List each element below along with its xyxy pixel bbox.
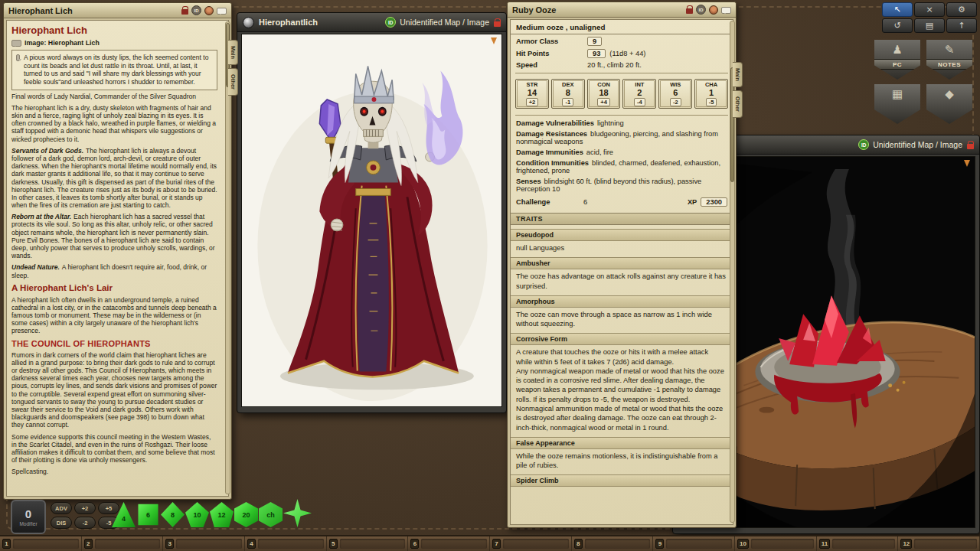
- hotkey-drop-area[interactable]: [585, 539, 651, 549]
- sidebar-shield-notes[interactable]: ✎ NOTES: [926, 40, 972, 80]
- minus2-button[interactable]: -2: [74, 517, 96, 529]
- hotkey-slot[interactable]: 9: [653, 536, 735, 551]
- property-label: Damage Vulnerabilities: [516, 119, 594, 127]
- adv-button[interactable]: ADV: [51, 502, 72, 514]
- lock-icon[interactable]: [494, 21, 501, 27]
- property-label: Damage Immunities: [516, 148, 583, 156]
- sidebar-shield-items[interactable]: ◆: [926, 84, 972, 124]
- pointer-tool-button[interactable]: ↖: [882, 2, 913, 17]
- portrait-icon[interactable]: [709, 5, 718, 15]
- hotkey-drop-area[interactable]: [751, 539, 814, 549]
- window-hierophant-lich[interactable]: Hierophant Lich ID Hierophant Lich Image…: [3, 2, 232, 500]
- sidebar-shield-pc[interactable]: ♟ PC: [874, 40, 920, 80]
- hotkey-slot[interactable]: 12: [898, 536, 980, 551]
- d20-die[interactable]: 20: [234, 502, 258, 527]
- tab-other[interactable]: Other: [228, 68, 238, 96]
- ability-modifier[interactable]: -4: [634, 98, 645, 106]
- d10-die[interactable]: 10: [185, 502, 209, 527]
- window-stack-button[interactable]: ▤: [914, 18, 945, 33]
- hotkey-slot[interactable]: 7: [490, 536, 572, 551]
- hotkey-drop-area[interactable]: [914, 539, 977, 549]
- ability-box[interactable]: CHA 1 -5: [694, 79, 728, 109]
- ability-box[interactable]: DEX 8 -1: [551, 79, 585, 109]
- ability-modifier[interactable]: +2: [526, 98, 539, 106]
- window-lich-image[interactable]: Hierophantlich ID Unidentified Map / Ima…: [237, 12, 507, 413]
- hotkey-slot[interactable]: 2: [82, 536, 164, 551]
- hotkey-drop-area[interactable]: [666, 539, 732, 549]
- hotkey-slot[interactable]: 11: [817, 536, 899, 551]
- hotkey-drop-area[interactable]: [832, 539, 895, 549]
- window-ruby-ooze[interactable]: Ruby Ooze ID Medium ooze , unaligned Arm…: [507, 2, 737, 528]
- target-tool-button[interactable]: ×: [914, 2, 945, 17]
- hotkey-drop-area[interactable]: [421, 539, 487, 549]
- collapse-button[interactable]: ↑: [946, 18, 977, 33]
- tab-main[interactable]: Main: [228, 40, 238, 65]
- ability-modifier[interactable]: -5: [706, 98, 717, 106]
- trait-name-bar[interactable]: Corrosive Form: [511, 333, 733, 345]
- ability-modifier[interactable]: +4: [597, 98, 610, 106]
- lich-artwork[interactable]: [242, 34, 501, 406]
- lich-window-titlebar[interactable]: Hierophant Lich ID: [4, 3, 231, 18]
- xp-value[interactable]: 2300: [701, 197, 727, 207]
- plus2-button[interactable]: +2: [74, 502, 96, 514]
- lock-icon[interactable]: [181, 9, 188, 15]
- radial-menu-icon[interactable]: [243, 17, 254, 28]
- hotkey-drop-area[interactable]: [503, 539, 569, 549]
- identification-label: Unidentified Map / Image: [873, 140, 962, 149]
- lock-icon[interactable]: [686, 8, 693, 14]
- chat-share-icon[interactable]: [721, 7, 731, 14]
- traits-section-header[interactable]: TRAITS: [511, 213, 733, 225]
- trait-name-bar[interactable]: Spider Climb: [511, 474, 733, 487]
- ability-box[interactable]: CON 18 +4: [587, 79, 621, 109]
- hotkey-slot[interactable]: 3: [163, 536, 245, 551]
- options-button[interactable]: ⚙: [946, 2, 977, 17]
- caltrop-die-icon[interactable]: [283, 499, 312, 527]
- ability-box[interactable]: WIS 6 -2: [658, 79, 692, 109]
- hotkey-slot[interactable]: 1: [0, 536, 82, 551]
- ability-box[interactable]: STR 14 +2: [515, 79, 549, 109]
- trait-name-bar[interactable]: Amorphous: [511, 295, 733, 308]
- revert-button[interactable]: ↺: [882, 18, 913, 33]
- hotkey-drop-area[interactable]: [95, 539, 161, 549]
- id-badge-icon[interactable]: ID: [191, 5, 201, 15]
- hotkey-slot[interactable]: 10: [735, 536, 817, 551]
- quote-icon: [16, 54, 20, 61]
- hotkey-slot[interactable]: 8: [572, 536, 654, 551]
- trait-name-bar[interactable]: Pseudopod: [511, 229, 733, 241]
- hit-points-value[interactable]: 93: [587, 49, 606, 58]
- hotkey-drop-area[interactable]: [13, 539, 79, 549]
- lich-image-titlebar[interactable]: Hierophantlich ID Unidentified Map / Ima…: [237, 13, 506, 32]
- portrait-icon[interactable]: [204, 6, 214, 15]
- id-badge-icon[interactable]: ID: [385, 17, 396, 28]
- d4-die[interactable]: 4: [112, 502, 136, 527]
- dis-button[interactable]: DIS: [51, 517, 72, 529]
- trait-name-bar[interactable]: Ambusher: [511, 257, 733, 269]
- d8-die[interactable]: 8: [161, 502, 185, 527]
- tab-main[interactable]: Main: [733, 62, 743, 87]
- ooze-window-titlebar[interactable]: Ruby Ooze ID: [508, 2, 736, 18]
- trait-name-bar[interactable]: False Appearance: [511, 437, 733, 449]
- id-badge-icon[interactable]: ID: [696, 5, 706, 15]
- hotkey-slot[interactable]: 6: [408, 536, 490, 551]
- tab-other[interactable]: Other: [733, 90, 743, 118]
- hotkey-drop-area[interactable]: [176, 539, 242, 549]
- hotkey-drop-area[interactable]: [258, 539, 324, 549]
- ability-modifier[interactable]: -2: [670, 98, 681, 106]
- d6-die[interactable]: 6: [136, 502, 160, 527]
- modifier-stack-box[interactable]: 0 Modifier: [11, 500, 46, 534]
- ability-box[interactable]: INT 2 -4: [622, 79, 656, 109]
- hotkey-drop-area[interactable]: [340, 539, 406, 549]
- ability-modifier[interactable]: -1: [562, 98, 573, 106]
- image-link[interactable]: Image: Hierophant Lich: [11, 39, 217, 47]
- hotkey-slot[interactable]: 4: [245, 536, 327, 551]
- chat-share-icon[interactable]: [217, 8, 227, 15]
- lich-image-canvas[interactable]: [241, 34, 502, 407]
- hotkey-slot[interactable]: 5: [327, 536, 409, 551]
- id-badge-icon[interactable]: ID: [858, 139, 869, 150]
- d12-die[interactable]: 12: [210, 502, 234, 527]
- items-icon: ◆: [945, 87, 954, 101]
- lock-icon[interactable]: [967, 144, 974, 149]
- sidebar-shield-maps[interactable]: ▦: [874, 84, 920, 124]
- armor-class-value[interactable]: 9: [587, 37, 602, 46]
- d100-die[interactable]: ch: [259, 502, 283, 527]
